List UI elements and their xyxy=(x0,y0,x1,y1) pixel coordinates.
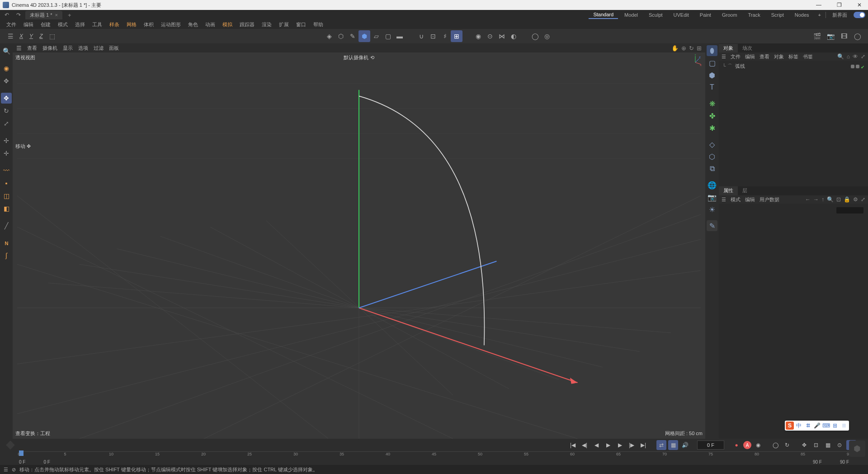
loop-button[interactable]: ⇄ xyxy=(656,440,666,450)
vpmenu-item[interactable]: 面板 xyxy=(109,45,119,51)
locked-icon[interactable]: ✛ xyxy=(1,148,12,159)
pos-key-button[interactable]: ◯ xyxy=(770,440,780,450)
output-icon[interactable]: 🎞 xyxy=(838,30,850,42)
preview-range-button[interactable]: ▦ xyxy=(668,440,678,450)
keyframe-sel-button[interactable]: ◉ xyxy=(753,440,763,450)
enable-check-icon[interactable]: ✔ xyxy=(861,65,864,68)
attrmenu-item[interactable]: 模式 xyxy=(731,197,741,202)
up-icon[interactable]: ↑ xyxy=(821,196,824,203)
scale-tool[interactable]: ⤢ xyxy=(1,118,12,129)
vpmenu-item[interactable]: 摄像机 xyxy=(42,45,57,51)
redo-button[interactable]: ↷ xyxy=(14,11,24,19)
text-icon[interactable]: T xyxy=(707,82,717,93)
attrmenu-item[interactable]: 编辑 xyxy=(745,197,755,202)
menu-3[interactable]: 模式 xyxy=(54,20,71,29)
orbit-icon[interactable]: ↻ xyxy=(689,45,694,52)
undo-button[interactable]: ↶ xyxy=(2,11,12,19)
layout-tab-sculpt[interactable]: Sculpt xyxy=(644,11,667,19)
layout-tab-nodes[interactable]: Nodes xyxy=(790,11,814,19)
minimize-button[interactable]: — xyxy=(812,2,825,8)
next-key-button[interactable]: |▶ xyxy=(627,440,637,450)
rot-key-button[interactable]: ↻ xyxy=(782,440,792,450)
layout-tab-track[interactable]: Track xyxy=(744,11,765,19)
globe-icon[interactable]: ◯ xyxy=(852,30,863,42)
snap-button[interactable]: ⊞ xyxy=(451,30,462,42)
ime-mic-button[interactable]: 🎤 xyxy=(813,422,821,430)
effector-icon[interactable]: ✤ xyxy=(707,110,717,121)
maximize-button[interactable]: ❐ xyxy=(833,2,845,8)
point-icon[interactable]: ▪ xyxy=(1,178,12,189)
menu-6[interactable]: 样条 xyxy=(106,20,123,29)
menu-10[interactable]: 角色 xyxy=(184,20,202,29)
objmenu-item[interactable]: 查看 xyxy=(760,54,769,59)
history-icon[interactable]: ☰ xyxy=(5,30,16,42)
goto-end-button[interactable]: ▶| xyxy=(638,440,648,450)
ime-skin-button[interactable]: ⊞ xyxy=(831,422,839,430)
prev-key-button[interactable]: ◀| xyxy=(580,440,590,450)
status-hamburger-icon[interactable]: ☰ xyxy=(4,467,8,473)
magnet-icon[interactable]: ∪ xyxy=(415,30,427,42)
maximize-icon[interactable]: ⤢ xyxy=(861,196,865,203)
picture-viewer-icon[interactable]: ◯ xyxy=(529,30,541,42)
plane-icon[interactable]: ▱ xyxy=(370,30,382,42)
tab-takes[interactable]: 场次 xyxy=(738,44,757,52)
menu-7[interactable]: 网格 xyxy=(123,20,140,29)
render-view-icon[interactable]: 🎬 xyxy=(811,30,823,42)
gear-icon[interactable]: ⚙ xyxy=(853,196,858,203)
deformer-icon[interactable]: ◇ xyxy=(707,139,717,150)
object-tree[interactable]: └ ⌒ 弧线 ✔ xyxy=(719,61,868,186)
poly-icon[interactable]: ◧ xyxy=(1,203,12,214)
floor-icon[interactable]: ▬ xyxy=(394,30,406,42)
hamburger-icon[interactable]: ☰ xyxy=(722,197,726,203)
new-tab-button[interactable]: + xyxy=(64,12,75,19)
menu-16[interactable]: 窗口 xyxy=(292,20,310,29)
keyframe-icon[interactable] xyxy=(6,441,15,450)
back-icon[interactable]: ← xyxy=(805,196,811,203)
menu-1[interactable]: 编辑 xyxy=(20,20,37,29)
objmenu-item[interactable]: 书签 xyxy=(803,54,813,59)
layout-tab-paint[interactable]: Paint xyxy=(695,11,716,19)
menu-14[interactable]: 渲染 xyxy=(258,20,275,29)
rectangle-icon[interactable]: ▢ xyxy=(707,57,717,68)
ime-softkb-button[interactable]: ⌨ xyxy=(822,422,830,430)
cube-add-icon[interactable]: ⬢ xyxy=(707,70,717,81)
menu-15[interactable]: 扩展 xyxy=(275,20,292,29)
menu-2[interactable]: 创建 xyxy=(37,20,54,29)
material-icon[interactable]: ◎ xyxy=(541,30,553,42)
menu-9[interactable]: 运动图形 xyxy=(157,20,184,29)
ime-menu-button[interactable]: ⁝⁝ xyxy=(840,422,848,430)
menu-11[interactable]: 动画 xyxy=(202,20,219,29)
edge-icon[interactable]: ◫ xyxy=(1,190,12,201)
zoom-icon[interactable]: ⊕ xyxy=(681,45,686,52)
rotate-tool[interactable]: ↻ xyxy=(1,105,12,116)
tag-icon[interactable]: ✎ xyxy=(707,220,717,231)
ime-logo-icon[interactable]: S xyxy=(786,422,794,430)
timeline-ruler[interactable]: 051015202530354045505560657075808590 xyxy=(19,451,849,459)
live-select-icon[interactable]: ◉ xyxy=(1,63,12,74)
menu-13[interactable]: 跟踪器 xyxy=(236,20,258,29)
hamburger-icon[interactable]: ☰ xyxy=(722,54,726,60)
vpmenu-item[interactable]: 显示 xyxy=(63,45,73,51)
layout-toggle[interactable] xyxy=(854,12,865,18)
goto-start-button[interactable]: |◀ xyxy=(568,440,578,450)
layout-tab-model[interactable]: Model xyxy=(620,11,642,19)
objmenu-item[interactable]: 标签 xyxy=(788,54,798,59)
opt4-button[interactable]: ⊙ xyxy=(835,440,844,450)
opt3-button[interactable]: ▦ xyxy=(823,440,833,450)
autokey-button[interactable]: A xyxy=(743,441,751,449)
render-icon[interactable]: ◉ xyxy=(472,30,484,42)
spline-edit-icon[interactable]: 〰 xyxy=(1,165,12,176)
cursor-icon[interactable]: ✥ xyxy=(1,76,12,86)
layout-tab-uvedit[interactable]: UVEdit xyxy=(669,11,693,19)
attrmenu-item[interactable]: 用户数据 xyxy=(760,197,779,202)
axis-gizmo[interactable]: Y X Z xyxy=(689,54,702,67)
nav-icon[interactable]: ⊡ xyxy=(836,196,841,203)
pen-icon[interactable]: ✎ xyxy=(347,30,359,42)
ime-lang-button[interactable]: 中 xyxy=(795,422,803,430)
objmenu-item[interactable]: 文件 xyxy=(731,54,741,59)
prev-frame-button[interactable]: ◀ xyxy=(591,440,601,450)
objmenu-item[interactable]: 编辑 xyxy=(745,54,755,59)
viewport-hamburger-icon[interactable]: ☰ xyxy=(16,45,22,52)
pan-icon[interactable]: ✋ xyxy=(671,45,679,52)
tree-item-arc[interactable]: └ ⌒ 弧线 ✔ xyxy=(722,62,864,70)
